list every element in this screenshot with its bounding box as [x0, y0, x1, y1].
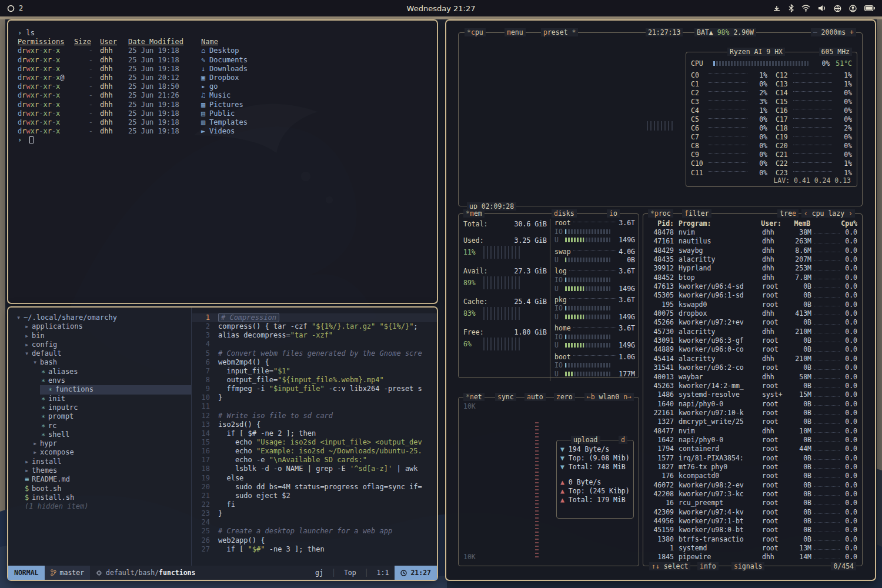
tree-item-README.md[interactable]: ≡README.md [24, 475, 191, 484]
volume-icon[interactable] [818, 5, 826, 12]
proc-row[interactable]: 1380btrfs-transactioroot 0B0.0 [648, 535, 857, 544]
code-line[interactable]: 23} [192, 509, 437, 518]
proc-row[interactable]: 42309kworker/u97:4-kvroot 0B0.0 [648, 508, 857, 517]
code-line[interactable]: 17 echo -e "\nAvailable SD cards:" [192, 456, 437, 465]
net-panel-toggle[interactable]: d [619, 436, 627, 444]
tree-item-aliases[interactable]: ∗aliases [40, 368, 191, 376]
network-icon[interactable] [834, 5, 841, 12]
clock[interactable]: Wednesday 21:27 [407, 4, 476, 13]
cpu-box-title[interactable]: *cpu [465, 28, 486, 36]
tree-item-config[interactable]: ▸config [24, 340, 191, 349]
proc-row[interactable]: 48429swaybgdhh 8.6M0.0 [648, 246, 857, 255]
proc-row[interactable]: 39912Hyprlanddhh 253M0.0 [648, 264, 857, 273]
filter-button[interactable]: filter [682, 209, 711, 218]
signals-action[interactable]: signals [731, 562, 764, 570]
code-line[interactable]: 7 input_file="$1" [192, 367, 437, 376]
tree-item-rc[interactable]: ∗rc [40, 422, 191, 430]
proc-row[interactable]: 176kcompactd0root 0B0.0 [648, 472, 857, 480]
code-line[interactable]: 27 if [ "$#" -ne 3 ]; then [192, 545, 437, 554]
code-editor[interactable]: 1# Compression2compress() { tar -czf "${… [192, 308, 437, 566]
code-line[interactable]: 12# Write iso file to sd card [192, 412, 437, 420]
proc-row[interactable]: 1845pipewiredhh 14M0.0 [648, 553, 857, 562]
bluetooth-icon[interactable] [789, 4, 794, 12]
sync-toggle[interactable]: sync [495, 393, 516, 401]
menu-button[interactable]: menu [505, 28, 526, 36]
net-panel-title[interactable]: upload [571, 436, 600, 444]
code-line[interactable]: 2compress() { tar -czf "${1%/}.tar.gz" "… [192, 322, 437, 331]
proc-row[interactable]: 1327dmcrypt_write/25root 0B0.0 [648, 417, 857, 426]
zero-toggle[interactable]: zero [554, 393, 575, 401]
proc-row[interactable]: 47613kworker/u96:4-sdroot 0B0.0 [648, 282, 857, 291]
proc-row[interactable]: 45730alacrittydhh 210M0.0 [648, 328, 857, 336]
code-line[interactable]: 13iso2sd() { [192, 420, 437, 429]
proc-row[interactable]: 1577irq/81-PIXA3854:root 0B0.0 [648, 454, 857, 463]
code-line[interactable]: 10} [192, 393, 437, 402]
code-line[interactable]: 18 lsblk -d -o NAME | grep -E '^sd[a-z]'… [192, 465, 437, 473]
tree-item-hypr[interactable]: ▸hypr [32, 439, 191, 448]
net-box-title[interactable]: *net [463, 393, 485, 401]
proc-sort-mode[interactable]: ‹ cpu lazy › [801, 209, 855, 218]
proc-box-title[interactable]: *proc [648, 209, 673, 218]
editor-window[interactable]: ▾~/.local/share/omarchy▸applications▸bin… [7, 306, 438, 581]
proc-row[interactable]: 45263kworker/14:2-mm_root 0B0.0 [648, 382, 857, 390]
proc-row[interactable]: 40013waybardhh 58M0.0 [648, 373, 857, 382]
tree-item-shell[interactable]: ∗shell [40, 430, 191, 439]
tree-item-init[interactable]: ∗init [40, 395, 191, 403]
tree-item-bin[interactable]: ▸bin [24, 332, 191, 340]
disks-title[interactable]: disks [552, 209, 577, 218]
code-line[interactable]: 11 [192, 402, 437, 411]
workspace-indicator[interactable]: 2 [7, 4, 23, 12]
code-line[interactable]: 14 if [ $# -ne 2 ]; then [192, 429, 437, 438]
tree-item-themes[interactable]: ▸themes [24, 466, 191, 475]
tree-toggle[interactable]: tree [777, 209, 799, 218]
proc-row[interactable]: 45305kworker/u96:1-sdroot 0B0.0 [648, 291, 857, 300]
code-line[interactable]: 19 else [192, 474, 437, 483]
io-title[interactable]: io [607, 209, 620, 218]
mem-box-title[interactable]: *mem [463, 209, 485, 218]
tree-item-envs[interactable]: ∗envs [40, 376, 191, 385]
battery-icon[interactable] [864, 5, 875, 11]
wifi-icon[interactable] [801, 5, 810, 12]
tree-item-install.sh[interactable]: $install.sh [24, 493, 191, 502]
proc-row[interactable]: 48478nvimdhh 38M0.0 [648, 228, 857, 237]
preset-button[interactable]: preset * [541, 28, 578, 36]
code-line[interactable]: 4 [192, 340, 437, 349]
proc-row[interactable]: 48477nvimdhh 10M0.0 [648, 427, 857, 436]
info-action[interactable]: info [697, 562, 719, 570]
code-line[interactable]: 15 echo "Usage: iso2sd <input_file> <out… [192, 438, 437, 447]
proc-row[interactable]: 1486systemd-resolvesyst+ 15M0.0 [648, 390, 857, 399]
tree-item-inputrc[interactable]: ∗inputrc [40, 403, 191, 412]
screencast-icon[interactable] [773, 5, 781, 12]
tree-item-applications[interactable]: ▸applications [24, 322, 191, 331]
tree-item-functions[interactable]: ∗functions [40, 385, 191, 394]
code-line[interactable]: 3alias decompress="tar -xzf" [192, 331, 437, 340]
code-line[interactable]: 16 echo "Example: iso2sd ~/Downloads/ubu… [192, 447, 437, 456]
terminal-window[interactable]: › ls PermissionsSizeUserDate ModifiedNam… [7, 19, 438, 304]
code-line[interactable]: 5# Convert webm files generated by the G… [192, 349, 437, 358]
proc-row[interactable]: 45159kworker/u98:0-btroot 0B0.0 [648, 526, 857, 534]
code-line[interactable]: 9 ffmpeg -i "$input_file" -c:v libx264 -… [192, 385, 437, 393]
code-line[interactable]: 8 output_file="${input_file%.webm}.mp4" [192, 376, 437, 385]
proc-row[interactable]: 31541kworker/u96:2-coroot 0B0.0 [648, 363, 857, 372]
tree-item-install[interactable]: ▸install [24, 457, 191, 466]
code-line[interactable]: 26web2app() { [192, 536, 437, 545]
auto-toggle[interactable]: auto [524, 393, 546, 401]
proc-row[interactable]: 40075dropboxdhh 413M0.0 [648, 309, 857, 318]
proc-row[interactable]: 48452btopdhh 7.8M0.0 [648, 273, 857, 282]
update-interval[interactable]: ─ 2000ms + [811, 28, 856, 36]
proc-row[interactable]: 43091kworker/u96:3-gfroot 0B0.0 [648, 336, 857, 345]
proc-row[interactable]: 195kswapd0root 0B0.0 [648, 300, 857, 309]
proc-row[interactable]: 44889kworker/u96:0-coroot 0B0.0 [648, 345, 857, 354]
proc-row[interactable]: 45414alacrittydhh 210M0.0 [648, 355, 857, 363]
tree-item-default[interactable]: ▾default [24, 349, 191, 358]
tree-item-boot.sh[interactable]: $boot.sh [24, 485, 191, 493]
proc-row[interactable]: 46072kworker/u98:2-evroot 0B0.0 [648, 481, 857, 490]
tree-item-xcompose[interactable]: ▸xcompose [32, 448, 191, 457]
proc-row[interactable]: 45266kworker/u97:2+evroot 0B0.0 [648, 318, 857, 327]
proc-row[interactable]: 22161kworker/u97:10-kroot 0B0.0 [648, 409, 857, 417]
code-line[interactable]: 20 sudo dd bs=4M status=progress oflag=s… [192, 483, 437, 492]
user-icon[interactable] [849, 5, 857, 12]
proc-row[interactable]: 16rcu_preemptroot 0B0.0 [648, 499, 857, 507]
code-line[interactable]: 21 sudo eject $2 [192, 492, 437, 500]
proc-row[interactable]: 47161nautilusdhh 263M0.0 [648, 237, 857, 246]
